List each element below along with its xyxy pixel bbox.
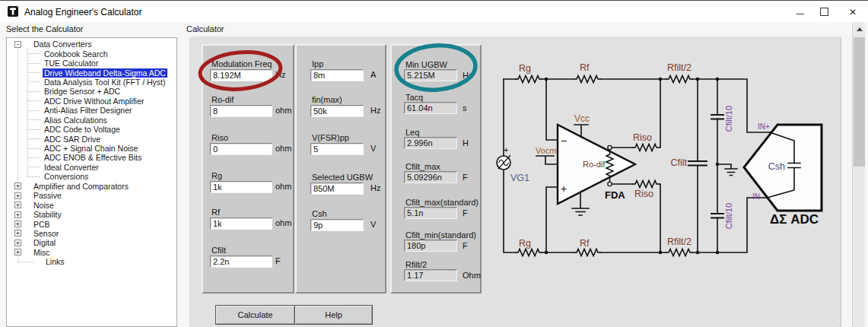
tree-item-stability[interactable]: +Stability [7, 210, 176, 219]
label-inverting-input: − [561, 135, 567, 147]
ipp-input[interactable] [310, 69, 364, 81]
tree-item-cookbook-search[interactable]: Cookbook Search [7, 49, 176, 58]
field-cfilt-max-standard: Cfilt_max(standard)5.1nF [404, 198, 495, 219]
field-label: Cfilt_min(standard) [405, 230, 495, 239]
tree-item-misc[interactable]: +Misc [7, 248, 176, 257]
tacq-output: 61.04n [404, 102, 457, 114]
tree-connector [27, 129, 40, 130]
calculate-button[interactable]: Calculate [215, 305, 295, 325]
field-label: Ipp [312, 59, 402, 68]
tree-item-adc-code-to-voltage[interactable]: ADC Code to Voltage [7, 125, 176, 134]
field-riso: Risoohm [210, 133, 301, 155]
cfilt-max-standard-output: 5.1n [404, 207, 457, 219]
expand-plus-icon[interactable]: + [14, 249, 21, 256]
field-label: fin(max) [312, 95, 402, 103]
tree-item-label: Sensor [32, 229, 60, 238]
tree-item-amplifier-and-comparators[interactable]: +Amplifier and Comparators [7, 182, 176, 191]
modulation-freq-input[interactable] [210, 69, 272, 81]
tree-item-label: Alias Calculations [43, 116, 109, 125]
tree-item-links[interactable]: Links [7, 257, 176, 266]
resistor-rg-bottom [516, 249, 542, 256]
selected-ugbw-input[interactable] [310, 183, 364, 195]
tree-item-tue-calculator[interactable]: TUE Calculator [7, 59, 176, 68]
label-fda: FDA [605, 189, 625, 201]
rf-input[interactable] [210, 217, 272, 230]
field-fin-max: fin(max)Hz [310, 95, 402, 117]
help-button[interactable]: Help [294, 305, 373, 325]
label-in-minus: IN- [752, 192, 762, 201]
maximize-button[interactable] [812, 2, 835, 22]
expand-plus-icon[interactable]: + [14, 221, 21, 227]
tree-item-drive-wideband-delta-sigma-adc[interactable]: Drive Wideband Delta-Sigma ADC [7, 68, 176, 77]
tree-item-anti-alias-filter-designer[interactable]: Anti-Alias Filter Designer [7, 106, 176, 115]
label-vg1: VG1 [510, 173, 529, 183]
tree-item-label: Passive [32, 191, 63, 200]
field-unit: Hz [370, 183, 380, 192]
tree-item-sensor[interactable]: +Sensor [7, 229, 176, 238]
resistor-rf-top [574, 76, 600, 83]
label-rg-top: Rg [519, 63, 531, 74]
riso-input[interactable] [210, 143, 272, 155]
tree-item-data-analysis-tool-kit[interactable]: Data Analysis Tool Kit (FFT / Hyst) [7, 78, 176, 87]
rfilt-2-output: 1.17 [404, 269, 457, 281]
ro-dif-input[interactable] [210, 105, 272, 117]
expand-plus-icon[interactable]: + [14, 211, 21, 218]
scrollbar-thumb[interactable] [854, 37, 865, 167]
tree-item-noise[interactable]: +Noise [7, 200, 176, 209]
field-label: Leq [405, 128, 495, 136]
expand-plus-icon[interactable]: + [14, 192, 21, 199]
tree-item-adc-drive-without-amplifier[interactable]: ADC Drive Without Amplifier [7, 97, 176, 106]
tree-connector [27, 167, 40, 167]
close-button[interactable]: ✕ [841, 2, 864, 22]
minimize-button[interactable] [789, 2, 812, 22]
field-label: Cfilt_max(standard) [405, 198, 495, 206]
tree-item-bridge-sensor-adc[interactable]: Bridge Sensor + ADC [7, 87, 176, 96]
expand-plus-icon[interactable]: + [14, 240, 21, 246]
tree-item-label: Conversions [43, 172, 90, 181]
tree-item-digital[interactable]: +Digital [7, 238, 176, 247]
field-label: Rfilt/2 [405, 260, 495, 268]
field-leq: Leq2.996nH [404, 128, 495, 149]
tree-item-conversions[interactable]: Conversions [7, 172, 176, 181]
tree-item-label: PCB [32, 220, 52, 229]
vertical-scrollbar[interactable] [852, 22, 865, 327]
tree-item-adc-enob-effective-bits[interactable]: ADC ENOB & Effective Bits [7, 153, 176, 162]
field-unit: s [463, 103, 467, 113]
tree-item-passive[interactable]: +Passive [7, 191, 176, 200]
scroll-up-button[interactable] [854, 24, 865, 35]
tree-item-pcb[interactable]: +PCB [7, 219, 176, 228]
capacitor-cfilt10-top [711, 115, 723, 119]
label-riso-bottom: Riso [634, 189, 653, 199]
field-unit: Hz [463, 71, 472, 80]
label-source-plus: + [504, 145, 508, 154]
tree-item-adc-signal-chain-noise[interactable]: ADC + Signal Chain Noise [7, 144, 176, 153]
tree-item-data-converters[interactable]: -Data Converters [7, 40, 176, 49]
label-vcc: Vcc [574, 113, 590, 124]
expand-plus-icon[interactable]: + [14, 230, 21, 237]
field-unit: Hz [275, 70, 285, 79]
csh-input[interactable] [310, 219, 364, 231]
label-rf-top: Rf [580, 62, 590, 73]
resistor-riso-top [633, 144, 659, 151]
label-rfilt2-top: Rfilt/2 [667, 62, 692, 73]
label-vocm: Vocm [536, 146, 557, 155]
label-rfilt2-bottom: Rfilt/2 [667, 237, 692, 247]
expand-plus-icon[interactable]: + [14, 183, 21, 189]
field-label: Rg [211, 171, 301, 179]
tree-item-label: Amplifier and Comparators [32, 182, 130, 191]
field-rf: Rfohm [210, 208, 301, 230]
fin-max-input[interactable] [310, 105, 364, 117]
v-fsr-pp-input[interactable] [310, 143, 364, 155]
tree-item-alias-calculations[interactable]: Alias Calculations [7, 116, 176, 125]
expand-minus-icon[interactable]: - [14, 41, 21, 48]
cfilt-input[interactable] [210, 256, 272, 268]
minimize-icon [796, 14, 804, 15]
tree-item-adc-sar-drive[interactable]: ADC SAR Drive [7, 134, 176, 143]
calculator-tree: -Data Converters Cookbook Search TUE Cal… [6, 37, 177, 327]
rg-input[interactable] [210, 181, 272, 193]
tree-item-ideal-converter[interactable]: Ideal Converter [7, 163, 176, 172]
scroll-up-icon [857, 27, 863, 31]
expand-plus-icon[interactable]: + [14, 202, 21, 208]
tree-connector [27, 138, 40, 139]
tree-connector [27, 100, 40, 101]
